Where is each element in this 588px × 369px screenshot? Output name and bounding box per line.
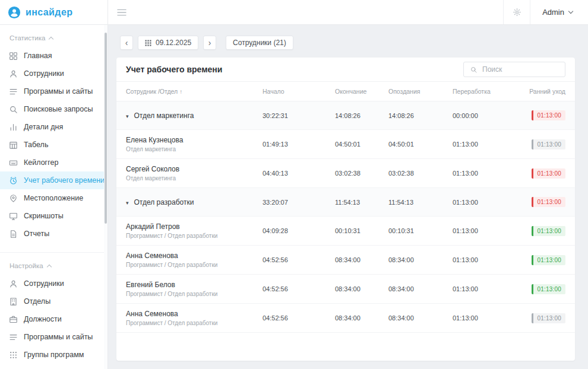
employee-name: Анна Семенова xyxy=(126,310,263,318)
sidebar-item-label: Отделы xyxy=(24,297,50,306)
sidebar-item[interactable]: Программы и сайты xyxy=(0,328,108,346)
sidebar-section: НастройкаСотрудникиОтделыДолжностиПрогра… xyxy=(0,252,108,364)
brand-logo-icon xyxy=(8,6,21,19)
column-header-late[interactable]: Опоздания xyxy=(388,88,453,95)
table-row[interactable]: Анна СеменоваПрограммист / Отдел разрабо… xyxy=(116,304,575,333)
sidebar-scrollbar-track[interactable] xyxy=(104,25,108,369)
group-name: Отдел маркетинга xyxy=(134,112,194,120)
end-time: 11:54:13 xyxy=(335,199,388,206)
sidebar-scrollbar-thumb[interactable] xyxy=(105,33,107,224)
brand-logo[interactable]: инсайдер xyxy=(0,0,108,24)
sidebar-item-label: Табель xyxy=(24,141,48,149)
prev-day-button[interactable]: ‹ xyxy=(120,36,133,50)
sidebar-item[interactable]: Табель xyxy=(0,136,108,154)
sidebar-item[interactable]: Отделы xyxy=(0,292,108,310)
column-header-start[interactable]: Начало xyxy=(263,88,335,95)
chevron-up-icon xyxy=(49,36,53,41)
sidebar-section: СтатистикаГлавнаяСотрудникиПрограммы и с… xyxy=(0,25,108,243)
sidebar-item[interactable]: Группы программ xyxy=(0,346,108,364)
sidebar-item[interactable]: Программы и сайты xyxy=(0,82,108,100)
table-group-row[interactable]: ▾Отдел разработки33:20:0711:54:1311:54:1… xyxy=(116,188,575,217)
employee-name: Аркадий Петров xyxy=(126,222,263,231)
end-time: 04:50:01 xyxy=(335,141,388,148)
table-row[interactable]: Евгений БеловПрограммист / Отдел разрабо… xyxy=(116,275,575,304)
overtime: 01:13:00 xyxy=(453,141,495,148)
table-group-row[interactable]: ▾Отдел маркетинга30:22:3114:08:2614:08:2… xyxy=(116,101,575,130)
date-button[interactable]: 09.12.2025 xyxy=(138,36,198,50)
column-header-overtime[interactable]: Переработка xyxy=(453,88,495,95)
hamburger-icon xyxy=(117,9,127,16)
end-time: 14:08:26 xyxy=(335,112,388,119)
sidebar-item[interactable]: Скриншоты xyxy=(0,207,108,225)
toolbar: ‹ 09.12.2025 › Сотрудники (21) xyxy=(120,36,575,50)
sidebar-item[interactable]: Местоположение xyxy=(0,189,108,207)
overtime: 01:13:00 xyxy=(453,227,495,234)
sidebar-nav: СтатистикаГлавнаяСотрудникиПрограммы и с… xyxy=(0,25,108,364)
employee-cell: Евгений БеловПрограммист / Отдел разрабо… xyxy=(126,281,263,297)
overtime: 01:13:00 xyxy=(453,170,495,177)
column-header-early-leave[interactable]: Ранний уход xyxy=(495,88,565,95)
chevron-right-icon: › xyxy=(208,39,211,47)
collapse-triangle-icon[interactable]: ▾ xyxy=(126,200,129,206)
table-row[interactable]: Сергей СоколовОтдел маркетинга04:40:1303… xyxy=(116,159,575,188)
sidebar-item-label: Детали дня xyxy=(24,123,63,131)
chevron-up-icon xyxy=(46,264,51,269)
column-header-employee[interactable]: Сотрудник /Отдел ↑ xyxy=(126,88,263,95)
end-time: 03:02:38 xyxy=(335,170,388,177)
person-icon xyxy=(8,279,18,288)
sidebar-item-label: Скриншоты xyxy=(24,212,64,220)
search-input[interactable] xyxy=(482,65,559,74)
early-leave-badge: 01:13:00 xyxy=(532,110,565,120)
grid-dots-icon xyxy=(8,350,18,360)
sidebar-item[interactable]: Поисковые запросы xyxy=(0,100,108,118)
late-time: 03:02:38 xyxy=(388,170,453,177)
group-cell: ▾Отдел маркетинга xyxy=(126,112,263,120)
sidebar-item-label: Отчеты xyxy=(24,230,49,238)
sidebar-section-title[interactable]: Настройка xyxy=(0,253,108,275)
column-header-end[interactable]: Окончание xyxy=(335,88,388,95)
settings-button[interactable] xyxy=(503,0,530,24)
collapse-triangle-icon[interactable]: ▾ xyxy=(126,113,129,119)
end-time: 00:10:31 xyxy=(335,227,388,234)
sidebar-item[interactable]: Кейлоггер xyxy=(0,154,108,171)
sidebar-item[interactable]: Должности xyxy=(0,310,108,328)
sidebar-section-title[interactable]: Статистика xyxy=(0,25,108,47)
sidebar-item[interactable]: Детали дня xyxy=(0,118,108,136)
gear-icon xyxy=(513,8,521,17)
employees-filter-button[interactable]: Сотрудники (21) xyxy=(226,36,293,50)
early-leave-badge: 01:13:00 xyxy=(532,197,565,207)
clock-icon xyxy=(8,176,18,185)
building-icon xyxy=(8,297,18,306)
sort-asc-icon: ↑ xyxy=(179,88,182,95)
chevron-down-icon xyxy=(568,9,573,14)
employee-role: Программист / Отдел разработки xyxy=(126,320,263,326)
user-menu[interactable]: Admin xyxy=(530,0,588,24)
early-leave-badge: 01:13:00 xyxy=(532,168,565,179)
main-content: ‹ 09.12.2025 › Сотрудники (21) Учет рабо… xyxy=(108,25,588,369)
sidebar-item[interactable]: Сотрудники xyxy=(0,275,108,292)
panel-header: Учет рабочего времени xyxy=(116,58,575,81)
table-row[interactable]: Аркадий ПетровПрограммист / Отдел разраб… xyxy=(116,217,575,246)
next-day-button[interactable]: › xyxy=(203,36,216,50)
start-time: 04:52:56 xyxy=(263,314,335,322)
sidebar-item-label: Сотрудники xyxy=(24,279,64,288)
late-time: 08:34:00 xyxy=(388,314,453,322)
sidebar-item[interactable]: Сотрудники xyxy=(0,65,108,82)
employee-name: Сергей Соколов xyxy=(126,165,263,173)
employee-cell: Анна СеменоваПрограммист / Отдел разрабо… xyxy=(126,310,263,326)
header-spacer xyxy=(135,0,503,24)
calendar-icon xyxy=(8,140,18,149)
sidebar-item[interactable]: Главная xyxy=(0,47,108,65)
dashboard-icon xyxy=(8,51,18,61)
employee-name: Елена Кузнецова xyxy=(126,136,263,144)
early-leave-badge: 01:13:00 xyxy=(532,226,565,236)
employee-cell: Анна СеменоваПрограммист / Отдел разрабо… xyxy=(126,252,263,268)
table-row[interactable]: Елена КузнецоваОтдел маркетинга01:49:130… xyxy=(116,130,575,159)
sidebar-item-label: Кейлоггер xyxy=(24,158,58,167)
late-time: 14:08:26 xyxy=(388,112,453,119)
sidebar-item[interactable]: Учет рабочего времени xyxy=(0,171,108,189)
sidebar-item[interactable]: Отчеты xyxy=(0,225,108,243)
menu-toggle-button[interactable] xyxy=(108,0,135,24)
report-icon xyxy=(8,229,18,238)
table-row[interactable]: Анна СеменоваПрограммист / Отдел разрабо… xyxy=(116,246,575,275)
